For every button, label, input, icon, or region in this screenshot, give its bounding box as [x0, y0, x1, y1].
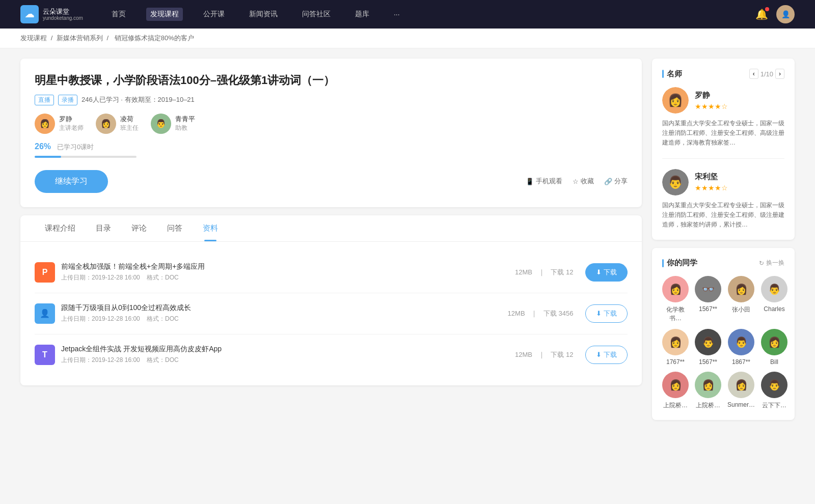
teacher-3-role: 助教	[175, 124, 195, 132]
resource-3-info: Jetpack全组件实战 开发短视频应用高仿皮皮虾App 上传日期：2019-1…	[61, 345, 515, 365]
share-link[interactable]: 🔗 分享	[604, 177, 628, 186]
course-teachers: 👩 罗静 主讲老师 👩 凌荷 班主任	[35, 114, 628, 134]
course-title: 明星中教授课，小学阶段语法100分–强化级第1讲动词（一）	[35, 73, 628, 89]
breadcrumb-link-series[interactable]: 新媒体营销系列	[57, 34, 103, 42]
teacher-1-avatar-img: 👩	[35, 114, 55, 134]
teachers-prev-button[interactable]: ‹	[749, 69, 758, 79]
student-7-name: 1867**	[732, 358, 750, 366]
progress-bar-bg	[35, 156, 137, 158]
favorite-label: 收藏	[581, 177, 594, 186]
refresh-students-button[interactable]: ↻ 换一换	[759, 259, 784, 267]
student-2-avatar: 👓	[695, 276, 721, 302]
teacher-2-name: 凌荷	[120, 115, 139, 124]
teacher-sidebar-1-stars: ★★★★☆	[695, 102, 728, 110]
nav-qa[interactable]: 问答社区	[298, 8, 335, 21]
student-12[interactable]: 👨 云下下…	[761, 372, 787, 410]
teacher-sidebar-2-desc: 国内某重点大学安全工程专业硕士，国家一级注册消防工程师、注册安全工程师、级注册建…	[662, 201, 784, 230]
teacher-sidebar-1-name: 罗静	[695, 91, 728, 100]
student-3[interactable]: 👩 张小田	[727, 276, 755, 323]
notification-bell[interactable]: 🔔	[755, 8, 768, 20]
resource-1-name: 前端全栈加强版！前端全栈+全周期+多端应用	[61, 262, 515, 271]
resource-3-size: 12MB	[515, 351, 532, 358]
student-1[interactable]: 👩 化学教书…	[662, 276, 689, 323]
teacher-sidebar-1: 👩 罗静 ★★★★☆ 国内某重点大学安全工程专业硕士，国家一级注册消防工程师、注…	[662, 87, 784, 159]
resource-1-meta: 上传日期：2019-12-28 16:00 格式：DOC	[61, 273, 515, 282]
nav-discover[interactable]: 发现课程	[146, 8, 183, 21]
teacher-3: 👨 青青平 助教	[151, 114, 195, 134]
resource-3-icon: T	[35, 345, 55, 365]
mobile-icon: 📱	[526, 178, 534, 185]
teachers-sidebar-header: 名师 ‹ 1/10 ›	[662, 69, 784, 79]
badge-live: 直播	[35, 95, 54, 105]
student-9[interactable]: 👩 上院桥…	[662, 372, 689, 410]
teachers-page-info: 1/10	[760, 70, 773, 78]
teacher-2-avatar-img: 👩	[96, 114, 116, 134]
nav-news[interactable]: 新闻资讯	[245, 8, 282, 21]
teachers-next-button[interactable]: ›	[775, 69, 784, 79]
favorite-link[interactable]: ☆ 收藏	[573, 177, 594, 186]
breadcrumb: 发现课程 / 新媒体营销系列 / 销冠修炼术搞定80%的客户	[0, 29, 815, 48]
resource-3-download-button[interactable]: ⬇ 下载	[585, 346, 628, 364]
resource-1-download-button[interactable]: ⬇ 下载	[585, 263, 628, 282]
nav-open[interactable]: 公开课	[199, 8, 229, 21]
student-11-avatar: 👩	[728, 372, 754, 398]
nav-more[interactable]: ···	[390, 8, 404, 20]
teacher-3-avatar-img: 👨	[151, 114, 171, 134]
student-11[interactable]: 👩 Sunmer…	[727, 372, 755, 410]
student-4[interactable]: 👨 Charles	[761, 276, 787, 323]
resource-1-downloads: 下载 12	[551, 268, 573, 276]
nav-right: 🔔 👤	[755, 5, 795, 23]
refresh-icon: ↻	[759, 260, 764, 267]
teacher-1-name: 罗静	[59, 115, 84, 124]
resource-1-stats: 12MB ｜ 下载 12	[515, 268, 573, 277]
student-5-avatar: 👩	[662, 329, 689, 355]
student-6-name: 1567**	[699, 358, 717, 366]
students-grid: 👩 化学教书… 👓 1567** 👩 张小田 👨 Charles 👩	[662, 276, 784, 410]
students-sidebar-title: 你的同学	[662, 258, 697, 268]
student-1-name: 化学教书…	[662, 305, 689, 323]
tab-intro[interactable]: 课程介绍	[35, 215, 86, 241]
teacher-sidebar-1-desc: 国内某重点大学安全工程专业硕士，国家一级注册消防工程师、注册安全工程师、高级注册…	[662, 119, 784, 148]
resource-1-format: 格式：DOC	[147, 274, 179, 281]
resource-item-2: 👤 跟随千万级项目从0到100全过程高效成长 上传日期：2019-12-28 1…	[35, 293, 628, 334]
student-5[interactable]: 👩 1767**	[662, 329, 689, 366]
student-2[interactable]: 👓 1567**	[695, 276, 721, 323]
mobile-view-link[interactable]: 📱 手机观看	[526, 177, 562, 186]
student-3-name: 张小田	[732, 305, 750, 314]
student-9-name: 上院桥…	[663, 401, 688, 410]
student-4-name: Charles	[764, 305, 784, 313]
nav-home[interactable]: 首页	[107, 8, 130, 21]
notification-dot	[765, 7, 769, 11]
resource-2-size: 12MB	[508, 310, 525, 317]
tab-comments[interactable]: 评论	[121, 215, 157, 241]
student-8[interactable]: 👩 Bill	[761, 329, 787, 366]
progress-bar-fill	[35, 156, 61, 158]
share-label: 分享	[614, 177, 628, 186]
resource-3-stats: 12MB ｜ 下载 12	[515, 350, 573, 359]
breadcrumb-link-discover[interactable]: 发现课程	[20, 34, 47, 42]
student-6[interactable]: 👨 1567**	[695, 329, 721, 366]
user-avatar[interactable]: 👤	[776, 5, 795, 23]
course-card: 明星中教授课，小学阶段语法100分–强化级第1讲动词（一） 直播 录播 246人…	[20, 59, 642, 207]
share-icon: 🔗	[604, 178, 612, 185]
teacher-sidebar-2-stars: ★★★★☆	[695, 184, 728, 192]
student-7[interactable]: 👨 1867**	[727, 329, 755, 366]
teachers-sidebar-card: 名师 ‹ 1/10 › 👩 罗静 ★★★★☆ 国内某重点大学	[652, 59, 795, 240]
tab-resources[interactable]: 资料	[193, 215, 228, 241]
teacher-sidebar-1-avatar-img: 👩	[662, 87, 689, 114]
teacher-sidebar-2-info: 宋利坚 ★★★★☆	[695, 172, 728, 192]
tab-directory[interactable]: 目录	[86, 215, 121, 241]
teacher-2: 👩 凌荷 班主任	[96, 114, 139, 134]
student-12-avatar: 👨	[761, 372, 787, 398]
teacher-sidebar-2-name: 宋利坚	[695, 172, 728, 182]
resource-2-download-button[interactable]: ⬇ 下载	[585, 304, 628, 323]
student-10[interactable]: 👩 上院桥…	[695, 372, 721, 410]
teacher-3-info: 青青平 助教	[175, 115, 195, 132]
badge-record: 录播	[58, 95, 77, 105]
resource-1-size: 12MB	[515, 268, 532, 276]
nav-quiz[interactable]: 题库	[351, 8, 373, 21]
tab-qa[interactable]: 问答	[157, 215, 193, 241]
logo-icon: ☁	[20, 5, 39, 23]
logo[interactable]: ☁ 云朵课堂 yundoketang.com	[20, 5, 83, 23]
continue-learning-button[interactable]: 继续学习	[35, 170, 108, 193]
